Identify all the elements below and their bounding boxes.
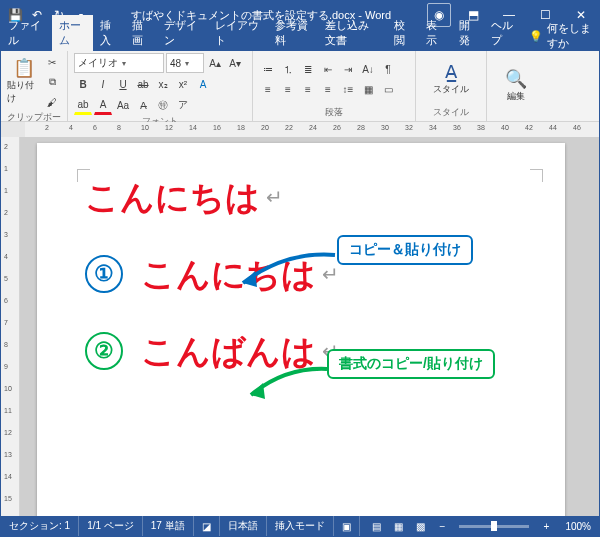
ruler-tick: 28 <box>357 124 365 131</box>
bullets-icon[interactable]: ≔ <box>259 61 277 79</box>
status-section[interactable]: セクション: 1 <box>1 516 79 536</box>
subscript-button[interactable]: x₂ <box>154 75 172 93</box>
underline-button[interactable]: U <box>114 75 132 93</box>
borders-icon[interactable]: ▭ <box>379 81 397 99</box>
show-marks-icon[interactable]: ¶ <box>379 61 397 79</box>
tab-design[interactable]: デザイン <box>157 15 208 51</box>
grow-font-icon[interactable]: A▴ <box>206 54 224 72</box>
view-read-mode-icon[interactable]: ▤ <box>365 516 387 536</box>
tab-home[interactable]: ホーム <box>52 15 93 51</box>
tab-insert[interactable]: 挿入 <box>93 15 125 51</box>
enclose-chars-icon[interactable]: ㊕ <box>154 96 172 114</box>
ruler-tick: 10 <box>4 385 12 392</box>
change-case-icon[interactable]: Aa <box>114 96 132 114</box>
bold-button[interactable]: B <box>74 75 92 93</box>
view-print-layout-icon[interactable]: ▦ <box>387 516 409 536</box>
ruler-tick: 24 <box>309 124 317 131</box>
status-insert-mode[interactable]: 挿入モード <box>267 516 334 536</box>
tab-review[interactable]: 校閲 <box>387 15 419 51</box>
ruler-tick: 36 <box>453 124 461 131</box>
ruler-tick: 15 <box>4 495 12 502</box>
status-page[interactable]: 1/1 ページ <box>79 516 143 536</box>
superscript-button[interactable]: x² <box>174 75 192 93</box>
status-words[interactable]: 17 単語 <box>143 516 194 536</box>
ruler-tick: 3 <box>4 231 8 238</box>
align-left-icon[interactable]: ≡ <box>259 81 277 99</box>
ruler-tick: 40 <box>501 124 509 131</box>
ruler-tick: 11 <box>4 407 12 414</box>
status-macro-icon[interactable]: ▣ <box>334 516 360 536</box>
cut-icon[interactable]: ✂ <box>43 53 61 71</box>
numbering-icon[interactable]: ⒈ <box>279 61 297 79</box>
document-area: 2112345678910111213141516 こんにちは ↵ ① こんにち… <box>1 137 599 516</box>
tab-view[interactable]: 表示 <box>419 15 451 51</box>
font-color-icon[interactable]: A <box>94 95 112 115</box>
page-viewport[interactable]: こんにちは ↵ ① こんにちは ↵ ② こんばんは ↵ <box>25 137 591 516</box>
format-painter-icon[interactable]: 🖌 <box>43 93 61 111</box>
callout-copy-paste: コピー＆貼り付け <box>337 235 473 265</box>
ruler-tick: 10 <box>141 124 149 131</box>
tell-me-search[interactable]: 💡 何をしますか <box>529 21 599 51</box>
multilevel-list-icon[interactable]: ≣ <box>299 61 317 79</box>
zoom-out-button[interactable]: − <box>431 516 453 536</box>
status-proofing-icon[interactable]: ◪ <box>194 516 220 536</box>
font-name-combo[interactable]: メイリオ▾ <box>74 53 164 73</box>
shrink-font-icon[interactable]: A▾ <box>226 54 244 72</box>
ruler-vertical[interactable]: 2112345678910111213141516 <box>1 137 20 516</box>
tab-file[interactable]: ファイル <box>1 15 52 51</box>
ruler-tick: 12 <box>165 124 173 131</box>
styles-button[interactable]: A̲ スタイル <box>431 63 471 96</box>
ruler-tick: 16 <box>213 124 221 131</box>
arrow-blue-icon <box>225 241 345 301</box>
line-spacing-icon[interactable]: ↕≡ <box>339 81 357 99</box>
highlight-color-icon[interactable]: ab <box>74 95 92 115</box>
tab-help[interactable]: ヘルプ <box>484 15 525 51</box>
zoom-slider-thumb[interactable] <box>491 521 497 531</box>
group-styles: A̲ スタイル スタイル <box>416 51 487 121</box>
view-web-layout-icon[interactable]: ▩ <box>409 516 431 536</box>
tab-layout[interactable]: レイアウト <box>208 15 268 51</box>
align-center-icon[interactable]: ≡ <box>279 81 297 99</box>
tab-developer[interactable]: 開発 <box>452 15 484 51</box>
clear-formatting-icon[interactable]: A̶ <box>134 96 152 114</box>
ruler-tick: 7 <box>4 319 8 326</box>
font-size-combo[interactable]: 48▾ <box>166 53 204 73</box>
text-line-1[interactable]: こんにちは <box>85 177 260 218</box>
zoom-in-button[interactable]: + <box>535 516 557 536</box>
annotation-number-2: ② <box>85 332 123 370</box>
ruler-tick: 38 <box>477 124 485 131</box>
status-language[interactable]: 日本語 <box>220 516 267 536</box>
page-content[interactable]: こんにちは ↵ ① こんにちは ↵ ② こんばんは ↵ <box>85 177 535 513</box>
tab-references[interactable]: 参考資料 <box>268 15 319 51</box>
zoom-slider[interactable] <box>459 525 529 528</box>
justify-icon[interactable]: ≡ <box>319 81 337 99</box>
tab-mailings[interactable]: 差し込み文書 <box>318 15 387 51</box>
editing-button[interactable]: 🔍 編集 <box>496 70 536 103</box>
ruler-tick: 1 <box>4 187 8 194</box>
paste-button[interactable]: 📋 貼り付け <box>7 59 41 105</box>
copy-icon[interactable]: ⧉ <box>43 73 61 91</box>
zoom-level[interactable]: 100% <box>557 516 599 536</box>
chevron-down-icon: ▾ <box>185 59 189 68</box>
ruler-tick: 4 <box>4 253 8 260</box>
sort-icon[interactable]: A↓ <box>359 61 377 79</box>
editing-btn-label: 編集 <box>507 90 525 103</box>
callout-blue-label: コピー＆貼り付け <box>349 241 461 257</box>
ruler-tick: 9 <box>4 363 8 370</box>
doc-line-1[interactable]: こんにちは ↵ <box>85 177 535 218</box>
tab-draw[interactable]: 描画 <box>125 15 157 51</box>
shading-icon[interactable]: ▦ <box>359 81 377 99</box>
ruler-tick: 34 <box>429 124 437 131</box>
ruler-tick: 6 <box>4 297 8 304</box>
phonetic-guide-icon[interactable]: ア <box>174 96 192 114</box>
page[interactable]: こんにちは ↵ ① こんにちは ↵ ② こんばんは ↵ <box>37 143 565 516</box>
decrease-indent-icon[interactable]: ⇤ <box>319 61 337 79</box>
text-effects-icon[interactable]: A <box>194 75 212 93</box>
increase-indent-icon[interactable]: ⇥ <box>339 61 357 79</box>
group-paragraph-label: 段落 <box>259 106 409 121</box>
chevron-down-icon: ▾ <box>122 59 126 68</box>
strike-button[interactable]: ab <box>134 75 152 93</box>
arrow-green-icon <box>235 355 335 410</box>
italic-button[interactable]: I <box>94 75 112 93</box>
align-right-icon[interactable]: ≡ <box>299 81 317 99</box>
